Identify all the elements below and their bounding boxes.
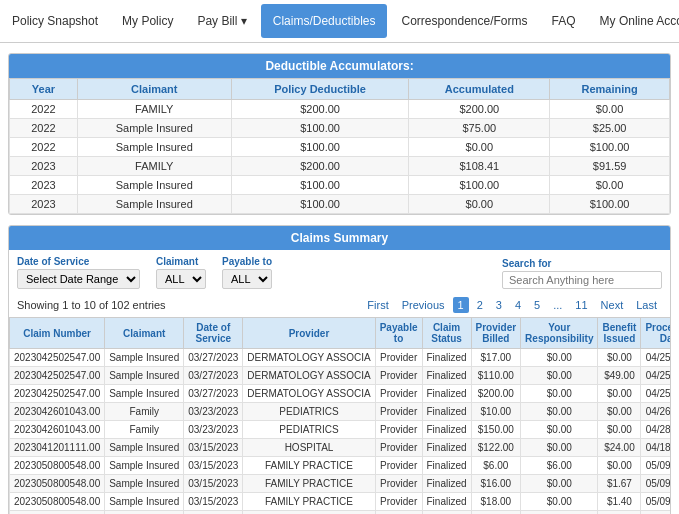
- table-cell: Sample Insured: [105, 439, 184, 457]
- table-cell: Finalized: [422, 349, 471, 367]
- pagination-page-1[interactable]: 1: [453, 297, 469, 313]
- table-cell: HOSPITAL: [243, 439, 375, 457]
- search-input[interactable]: [502, 271, 662, 289]
- table-cell: $16.00: [471, 475, 521, 493]
- table-cell: $1.90: [598, 511, 641, 515]
- table-cell: FAMILY PRACTICE: [243, 511, 375, 515]
- pagination-first[interactable]: First: [362, 297, 393, 313]
- table-cell: $18.00: [471, 493, 521, 511]
- table-cell: $108.41: [409, 157, 550, 176]
- table-cell: $100.00: [231, 119, 409, 138]
- table-cell: Finalized: [422, 493, 471, 511]
- table-cell: Provider: [375, 439, 422, 457]
- table-row: 2022Sample Insured$100.00$75.00$25.00: [10, 119, 670, 138]
- table-cell: $0.00: [521, 403, 598, 421]
- table-cell: 04/28/2023: [641, 421, 671, 439]
- table-cell: $0.00: [598, 385, 641, 403]
- nav-pay-bill[interactable]: Pay Bill: [185, 4, 258, 38]
- pagination-last[interactable]: Last: [631, 297, 662, 313]
- pagination-page-3[interactable]: 3: [491, 297, 507, 313]
- table-cell: FAMILY: [77, 157, 231, 176]
- nav-correspondence-forms[interactable]: Correspondence/Forms: [389, 4, 539, 38]
- pagination-next[interactable]: Next: [596, 297, 629, 313]
- table-cell: PEDIATRICS: [243, 403, 375, 421]
- table-cell: 2023: [10, 157, 78, 176]
- table-cell: 03/27/2023: [184, 385, 243, 403]
- claims-col-header[interactable]: Provider: [243, 318, 375, 349]
- table-cell: 2022: [10, 100, 78, 119]
- claims-table: Claim NumberClaimantDate of ServiceProvi…: [9, 317, 671, 514]
- table-row: 2023050800548.00Sample Insured03/15/2023…: [10, 511, 672, 515]
- nav-my-policy[interactable]: My Policy: [110, 4, 185, 38]
- table-cell: Sample Insured: [77, 138, 231, 157]
- table-cell: 04/18/2023: [641, 439, 671, 457]
- claims-col-header[interactable]: Your Responsibility: [521, 318, 598, 349]
- table-cell: 2023042601043.00: [10, 421, 105, 439]
- payable-to-select[interactable]: ALL: [222, 269, 272, 289]
- pagination-page-11[interactable]: 11: [570, 297, 592, 313]
- table-cell: $0.00: [550, 176, 670, 195]
- deductible-table: YearClaimantPolicy DeductibleAccumulated…: [9, 78, 670, 214]
- deductible-header: Deductible Accumulators:: [9, 54, 670, 78]
- table-cell: $100.00: [231, 195, 409, 214]
- table-cell: 2023050800548.00: [10, 511, 105, 515]
- table-row: 2023050800548.00Sample Insured03/15/2023…: [10, 457, 672, 475]
- table-cell: $0.00: [409, 138, 550, 157]
- pagination-previous[interactable]: Previous: [397, 297, 450, 313]
- claims-col-header[interactable]: Claim Number: [10, 318, 105, 349]
- table-cell: Sample Insured: [77, 176, 231, 195]
- table-cell: DERMATOLOGY ASSOCIA: [243, 385, 375, 403]
- table-cell: 04/25/2023: [641, 349, 671, 367]
- claims-col-header[interactable]: Processed Date: [641, 318, 671, 349]
- table-cell: Provider: [375, 457, 422, 475]
- claims-col-header[interactable]: Payable to: [375, 318, 422, 349]
- table-cell: $0.00: [521, 493, 598, 511]
- nav-faq[interactable]: FAQ: [540, 4, 588, 38]
- ded-col-header: Policy Deductible: [231, 79, 409, 100]
- table-cell: Sample Insured: [77, 195, 231, 214]
- table-cell: 2023042502547.00: [10, 349, 105, 367]
- claims-col-header[interactable]: Provider Billed: [471, 318, 521, 349]
- table-row: 2022FAMILY$200.00$200.00$0.00: [10, 100, 670, 119]
- claims-section: Claims Summary Date of Service Select Da…: [8, 225, 671, 514]
- claims-col-header[interactable]: Claim Status: [422, 318, 471, 349]
- table-cell: $0.00: [521, 385, 598, 403]
- claims-col-header[interactable]: Benefit Issued: [598, 318, 641, 349]
- pagination-page-5[interactable]: 5: [529, 297, 545, 313]
- table-cell: 03/15/2023: [184, 457, 243, 475]
- table-cell: 04/25/2023: [641, 367, 671, 385]
- table-cell: Sample Insured: [105, 349, 184, 367]
- table-cell: Sample Insured: [105, 493, 184, 511]
- table-cell: $200.00: [231, 157, 409, 176]
- claims-col-header[interactable]: Date of Service: [184, 318, 243, 349]
- ded-col-header: Year: [10, 79, 78, 100]
- table-cell: Provider: [375, 367, 422, 385]
- table-cell: $100.00: [409, 176, 550, 195]
- claims-col-header[interactable]: Claimant: [105, 318, 184, 349]
- table-cell: Finalized: [422, 457, 471, 475]
- table-cell: Sample Insured: [105, 385, 184, 403]
- table-cell: DERMATOLOGY ASSOCIA: [243, 367, 375, 385]
- claimant-select[interactable]: ALL: [156, 269, 206, 289]
- pagination-page-2[interactable]: 2: [472, 297, 488, 313]
- nav-policy-snapshot[interactable]: Policy Snapshot: [0, 4, 110, 38]
- table-cell: Provider: [375, 349, 422, 367]
- table-cell: Provider: [375, 475, 422, 493]
- nav-my-online-account[interactable]: My Online Account: [588, 4, 679, 38]
- table-cell: 04/25/2023: [641, 385, 671, 403]
- table-cell: $75.00: [409, 119, 550, 138]
- table-cell: $25.00: [471, 511, 521, 515]
- date-of-service-select[interactable]: Select Date Range: [17, 269, 140, 289]
- table-cell: FAMILY PRACTICE: [243, 475, 375, 493]
- pagination-page-4[interactable]: 4: [510, 297, 526, 313]
- deductible-section: Deductible Accumulators: YearClaimantPol…: [8, 53, 671, 215]
- table-cell: $110.00: [471, 367, 521, 385]
- table-cell: 2023050800548.00: [10, 475, 105, 493]
- ded-col-header: Accumulated: [409, 79, 550, 100]
- nav-claims-deductibles[interactable]: Claims/Deductibles: [261, 4, 388, 38]
- table-cell: $17.00: [471, 349, 521, 367]
- table-cell: FAMILY PRACTICE: [243, 457, 375, 475]
- ded-col-header: Claimant: [77, 79, 231, 100]
- table-cell: 03/27/2023: [184, 367, 243, 385]
- table-cell: 03/15/2023: [184, 439, 243, 457]
